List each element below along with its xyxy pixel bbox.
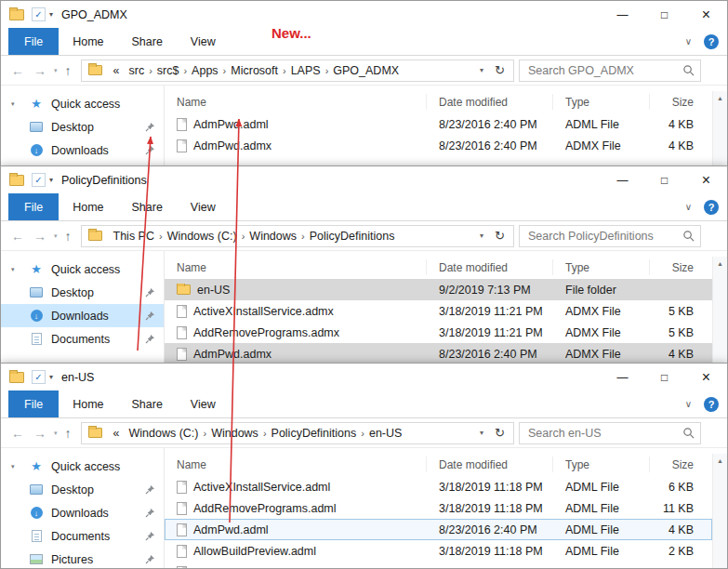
- tab-share[interactable]: Share: [118, 390, 177, 417]
- breadcrumb-item[interactable]: src: [124, 64, 149, 77]
- column-header-date[interactable]: Date modified: [427, 457, 553, 472]
- file-row[interactable]: AddRemovePrograms.adml 3/18/2019 11:18 P…: [165, 497, 712, 519]
- help-icon[interactable]: ?: [704, 34, 719, 49]
- breadcrumb-item[interactable]: Windows (C:): [163, 230, 242, 243]
- file-row[interactable]: AdmPwd.adml 8/23/2016 2:40 PM ADML File …: [165, 113, 712, 135]
- search-input[interactable]: Search GPO_ADMX: [519, 60, 701, 82]
- sidebar-item-documents[interactable]: Documents: [1, 327, 164, 351]
- qat-dropdown-icon[interactable]: ▾: [49, 176, 53, 184]
- tab-share[interactable]: Share: [118, 28, 177, 55]
- quick-access-toolbar-icon[interactable]: ✓: [32, 173, 46, 187]
- minimize-button[interactable]: —: [602, 364, 643, 390]
- file-row[interactable]: en-US 9/2/2019 7:13 PM File folder: [165, 279, 712, 300]
- column-header-name[interactable]: Name: [165, 457, 427, 472]
- tab-home[interactable]: Home: [59, 193, 117, 220]
- sidebar-item-desktop[interactable]: Desktop: [1, 478, 164, 501]
- titlebar[interactable]: ✓ ▾ en-US — □ ×: [1, 364, 727, 390]
- scroll-up-icon[interactable]: ▲: [717, 457, 723, 464]
- forward-icon[interactable]: →: [29, 426, 51, 441]
- maximize-button[interactable]: □: [643, 1, 685, 28]
- breadcrumb-item[interactable]: PolicyDefinitions: [267, 427, 362, 440]
- recent-locations-icon[interactable]: ▾: [51, 232, 60, 240]
- file-row[interactable]: ActiveXInstallService.admx 3/18/2019 11:…: [165, 300, 712, 322]
- forward-icon[interactable]: →: [29, 229, 51, 244]
- recent-locations-icon[interactable]: ▾: [51, 67, 60, 74]
- search-input[interactable]: Search en-US: [519, 422, 701, 444]
- tab-view[interactable]: View: [177, 28, 230, 55]
- up-icon[interactable]: ↑: [60, 426, 76, 441]
- vertical-scrollbar[interactable]: ▲: [712, 454, 727, 568]
- quick-access-toolbar-icon[interactable]: ✓: [32, 370, 46, 384]
- address-bar[interactable]: « src › src$ › Apps › Microsoft › LAPS ›…: [81, 60, 514, 82]
- breadcrumb-item[interactable]: GPO_ADMX: [328, 64, 404, 77]
- qat-dropdown-icon[interactable]: ▾: [49, 10, 53, 19]
- maximize-button[interactable]: □: [643, 364, 685, 390]
- file-row[interactable]: AppCompat.adml 3/18/2019 11:18 PM ADML F…: [165, 562, 712, 568]
- sidebar-item-downloads[interactable]: Downloads: [1, 304, 164, 327]
- close-button[interactable]: ×: [685, 1, 727, 28]
- breadcrumb-item[interactable]: en-US: [364, 427, 406, 440]
- minimize-button[interactable]: —: [602, 1, 643, 28]
- column-header-type[interactable]: Type: [553, 259, 650, 275]
- refresh-icon[interactable]: ↻: [490, 229, 510, 243]
- column-header-size[interactable]: Size: [650, 457, 712, 472]
- close-button[interactable]: ×: [685, 166, 727, 193]
- ribbon-collapse-icon[interactable]: ∨: [685, 202, 692, 212]
- maximize-button[interactable]: □: [643, 166, 685, 193]
- sidebar-item-downloads[interactable]: Downloads: [1, 139, 164, 162]
- breadcrumb-item[interactable]: «: [109, 64, 125, 77]
- breadcrumb-item[interactable]: LAPS: [286, 64, 325, 77]
- file-row[interactable]: AdmPwd.admx 8/23/2016 2:40 PM ADMX File …: [165, 135, 712, 156]
- breadcrumb-item[interactable]: This PC: [109, 230, 159, 243]
- back-icon[interactable]: ←: [7, 63, 29, 78]
- ribbon-collapse-icon[interactable]: ∨: [685, 36, 692, 46]
- scroll-up-icon[interactable]: ▲: [717, 95, 723, 101]
- address-bar[interactable]: This PC › Windows (C:) › Windows › Polic…: [81, 225, 514, 247]
- sidebar-item-downloads[interactable]: Downloads: [1, 501, 164, 524]
- breadcrumb-item[interactable]: Microsoft: [226, 64, 283, 77]
- column-header-name[interactable]: Name: [165, 259, 427, 275]
- address-dropdown-icon[interactable]: ▾: [473, 232, 490, 240]
- quick-access-toolbar-icon[interactable]: ✓: [32, 7, 46, 21]
- breadcrumb-item[interactable]: Windows (C:): [124, 427, 203, 440]
- refresh-icon[interactable]: ↻: [490, 63, 510, 77]
- address-dropdown-icon[interactable]: ▾: [473, 429, 490, 437]
- breadcrumb-item[interactable]: Apps: [187, 64, 223, 77]
- tab-view[interactable]: View: [177, 193, 230, 220]
- tab-home[interactable]: Home: [59, 390, 117, 417]
- up-icon[interactable]: ↑: [60, 229, 76, 244]
- sidebar-item-quick-access[interactable]: ▾ ★ Quick access: [1, 455, 164, 478]
- column-header-date[interactable]: Date modified: [427, 94, 553, 110]
- titlebar[interactable]: ✓ ▾ PolicyDefinitions — □ ×: [1, 166, 727, 193]
- refresh-icon[interactable]: ↻: [490, 426, 510, 440]
- sidebar-item-quick-access[interactable]: ▾ ★ Quick access: [1, 258, 164, 281]
- sidebar-item-quick-access[interactable]: ▾ ★ Quick access: [1, 92, 164, 115]
- close-button[interactable]: ×: [685, 364, 727, 390]
- sidebar-item-documents[interactable]: Documents: [1, 524, 164, 548]
- tab-share[interactable]: Share: [118, 193, 177, 220]
- help-icon[interactable]: ?: [704, 397, 719, 412]
- file-row[interactable]: AdmPwd.admx 8/23/2016 2:40 PM ADMX File …: [165, 343, 712, 363]
- column-header-size[interactable]: Size: [650, 94, 712, 110]
- tab-file[interactable]: File: [8, 193, 59, 220]
- file-row[interactable]: AdmPwd.adml 8/23/2016 2:40 PM ADML File …: [165, 519, 712, 540]
- tab-view[interactable]: View: [177, 390, 230, 417]
- qat-dropdown-icon[interactable]: ▾: [49, 373, 53, 381]
- sidebar-item-desktop[interactable]: Desktop: [1, 115, 164, 139]
- back-icon[interactable]: ←: [7, 426, 29, 441]
- address-bar[interactable]: « Windows (C:) › Windows › PolicyDefinit…: [81, 422, 514, 444]
- file-row[interactable]: AddRemovePrograms.admx 3/18/2019 11:21 P…: [165, 322, 712, 343]
- forward-icon[interactable]: →: [29, 63, 51, 78]
- minimize-button[interactable]: —: [602, 166, 643, 193]
- column-header-name[interactable]: Name: [165, 94, 427, 110]
- scroll-up-icon[interactable]: ▲: [717, 260, 723, 267]
- up-icon[interactable]: ↑: [60, 63, 76, 78]
- column-header-type[interactable]: Type: [553, 457, 650, 472]
- sidebar-item-pictures[interactable]: Pictures: [1, 548, 164, 568]
- breadcrumb-item[interactable]: Windows: [245, 230, 301, 243]
- column-header-size[interactable]: Size: [650, 259, 712, 275]
- file-row[interactable]: ActiveXInstallService.adml 3/18/2019 11:…: [165, 476, 712, 497]
- column-header-date[interactable]: Date modified: [427, 259, 553, 275]
- recent-locations-icon[interactable]: ▾: [51, 430, 60, 437]
- breadcrumb-item[interactable]: Windows: [206, 427, 263, 440]
